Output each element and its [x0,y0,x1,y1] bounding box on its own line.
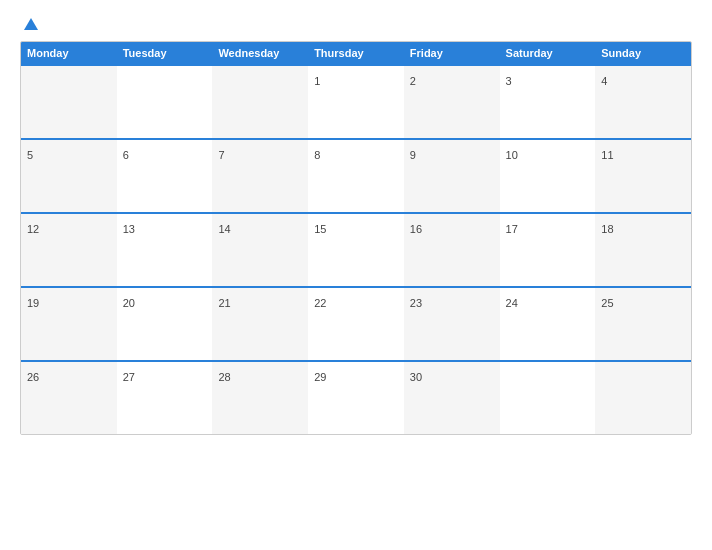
day-number: 1 [314,75,320,87]
week-row-1: 1234 [21,64,691,138]
page: MondayTuesdayWednesdayThursdayFridaySatu… [0,0,712,550]
cal-cell [500,362,596,434]
cal-cell [21,66,117,138]
day-number: 15 [314,223,326,235]
cal-cell: 10 [500,140,596,212]
cal-cell [117,66,213,138]
calendar-body: 1234567891011121314151617181920212223242… [21,64,691,434]
cal-cell: 28 [212,362,308,434]
calendar: MondayTuesdayWednesdayThursdayFridaySatu… [20,41,692,435]
cal-cell: 9 [404,140,500,212]
weekday-header-wednesday: Wednesday [212,42,308,64]
cal-cell: 5 [21,140,117,212]
cal-cell: 21 [212,288,308,360]
cal-cell: 19 [21,288,117,360]
day-number: 17 [506,223,518,235]
cal-cell: 2 [404,66,500,138]
day-number: 22 [314,297,326,309]
cal-cell: 24 [500,288,596,360]
day-number: 10 [506,149,518,161]
day-number: 21 [218,297,230,309]
day-number: 18 [601,223,613,235]
cal-cell: 14 [212,214,308,286]
day-number: 14 [218,223,230,235]
cal-cell: 13 [117,214,213,286]
day-number: 3 [506,75,512,87]
day-number: 13 [123,223,135,235]
cal-cell: 1 [308,66,404,138]
day-number: 7 [218,149,224,161]
day-number: 23 [410,297,422,309]
day-number: 20 [123,297,135,309]
cal-cell: 20 [117,288,213,360]
cal-cell: 3 [500,66,596,138]
day-number: 11 [601,149,613,161]
day-number: 5 [27,149,33,161]
day-number: 19 [27,297,39,309]
day-number: 24 [506,297,518,309]
week-row-3: 12131415161718 [21,212,691,286]
day-number: 9 [410,149,416,161]
weekday-header-sunday: Sunday [595,42,691,64]
day-number: 2 [410,75,416,87]
weekday-header-saturday: Saturday [500,42,596,64]
day-number: 26 [27,371,39,383]
cal-cell: 27 [117,362,213,434]
cal-cell: 7 [212,140,308,212]
header [20,18,692,31]
cal-cell: 16 [404,214,500,286]
day-number: 16 [410,223,422,235]
cal-cell: 8 [308,140,404,212]
cal-cell: 6 [117,140,213,212]
cal-cell [212,66,308,138]
cal-cell: 11 [595,140,691,212]
cal-cell: 15 [308,214,404,286]
weekday-header-thursday: Thursday [308,42,404,64]
day-number: 29 [314,371,326,383]
cal-cell: 12 [21,214,117,286]
logo-triangle-icon [24,18,38,30]
week-row-2: 567891011 [21,138,691,212]
week-row-4: 19202122232425 [21,286,691,360]
day-number: 30 [410,371,422,383]
day-number: 25 [601,297,613,309]
cal-cell: 30 [404,362,500,434]
cal-cell: 29 [308,362,404,434]
day-number: 28 [218,371,230,383]
cal-cell: 22 [308,288,404,360]
cal-cell: 26 [21,362,117,434]
week-row-5: 2627282930 [21,360,691,434]
cal-cell [595,362,691,434]
cal-cell: 25 [595,288,691,360]
cal-cell: 17 [500,214,596,286]
day-number: 6 [123,149,129,161]
cal-cell: 23 [404,288,500,360]
logo-blue-container [20,18,38,31]
logo [20,18,38,31]
calendar-header: MondayTuesdayWednesdayThursdayFridaySatu… [21,42,691,64]
weekday-header-monday: Monday [21,42,117,64]
day-number: 27 [123,371,135,383]
weekday-header-friday: Friday [404,42,500,64]
day-number: 4 [601,75,607,87]
cal-cell: 4 [595,66,691,138]
day-number: 12 [27,223,39,235]
cal-cell: 18 [595,214,691,286]
day-number: 8 [314,149,320,161]
weekday-header-tuesday: Tuesday [117,42,213,64]
